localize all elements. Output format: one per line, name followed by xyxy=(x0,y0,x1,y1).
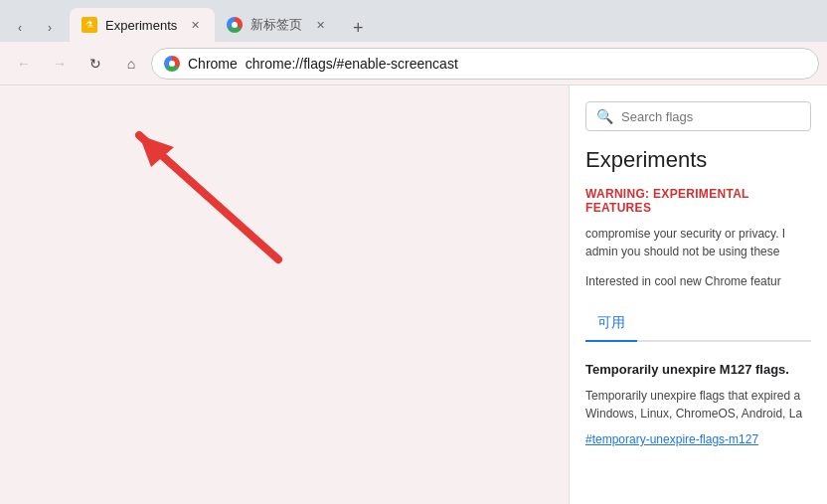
annotation-arrow xyxy=(80,105,427,264)
tab-back-button[interactable]: ‹ xyxy=(6,14,34,42)
tab-bar: ‹ › ⚗ Experiments ✕ 新标签页 ✕ + xyxy=(0,0,827,42)
newtab-favicon xyxy=(227,17,243,33)
svg-marker-1 xyxy=(139,135,174,167)
search-icon: 🔍 xyxy=(596,108,613,124)
tab-newtab-close[interactable]: ✕ xyxy=(312,17,328,33)
browser-frame: ‹ › ⚗ Experiments ✕ 新标签页 ✕ + ← → ↻ ⌂ Chr… xyxy=(0,0,827,504)
reload-button[interactable]: ↻ xyxy=(80,48,111,80)
toolbar: ← → ↻ ⌂ Chrome chrome://flags/#enable-sc… xyxy=(0,42,827,85)
flags-tabs-row: 可用 xyxy=(585,306,811,342)
tab-newtab[interactable]: 新标签页 ✕ xyxy=(215,8,340,42)
page-content: 🔍 Experiments WARNING: EXPERIMENTAL FEAT… xyxy=(0,85,827,504)
back-button[interactable]: ← xyxy=(8,48,40,80)
address-url: chrome://flags/#enable-screencast xyxy=(246,56,806,72)
warning-label: WARNING: EXPERIMENTAL FEATURES xyxy=(585,187,811,215)
home-button[interactable]: ⌂ xyxy=(115,48,147,80)
tab-experiments[interactable]: ⚗ Experiments ✕ xyxy=(70,8,215,42)
tab-experiments-title: Experiments xyxy=(105,18,177,33)
tab-forward-button[interactable]: › xyxy=(36,14,64,42)
interested-text: Interested in cool new Chrome featur xyxy=(585,272,811,290)
chrome-label: Chrome xyxy=(188,56,238,72)
search-bar-container: 🔍 xyxy=(585,101,811,131)
tab-newtab-title: 新标签页 xyxy=(250,16,302,34)
tab-experiments-close[interactable]: ✕ xyxy=(187,17,203,33)
svg-line-0 xyxy=(139,135,278,259)
flag-item-title: Temporarily unexpire M127 flags. xyxy=(585,362,811,377)
warning-body: compromise your security or privacy. I a… xyxy=(585,225,811,260)
left-area xyxy=(0,85,569,504)
right-panel: 🔍 Experiments WARNING: EXPERIMENTAL FEAT… xyxy=(569,85,827,504)
forward-button[interactable]: → xyxy=(44,48,76,80)
flag-item-body: Temporarily unexpire flags that expired … xyxy=(585,387,811,422)
tab-nav-area: ‹ › xyxy=(0,14,70,42)
new-tab-button[interactable]: + xyxy=(344,14,372,42)
search-input[interactable] xyxy=(621,109,800,124)
available-tab[interactable]: 可用 xyxy=(585,306,637,342)
site-favicon xyxy=(164,56,180,72)
address-bar[interactable]: Chrome chrome://flags/#enable-screencast xyxy=(151,48,819,80)
flag-item-link[interactable]: #temporary-unexpire-flags-m127 xyxy=(585,432,811,446)
experiments-favicon: ⚗ xyxy=(82,17,97,33)
experiments-title: Experiments xyxy=(585,147,811,173)
